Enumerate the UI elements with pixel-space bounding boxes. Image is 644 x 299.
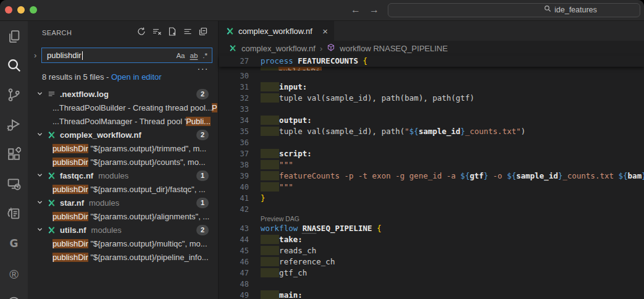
run-debug-icon[interactable] xyxy=(0,112,28,137)
r-language-icon[interactable]: ® xyxy=(0,262,28,287)
remote-explorer-icon[interactable] xyxy=(0,171,28,196)
breadcrumb-separator: › xyxy=(320,44,322,53)
search-query-text: publishdir xyxy=(47,51,82,60)
search-match-row[interactable]: publishDir "${params.output}/counts", mo… xyxy=(28,155,217,169)
match-highlight: publishDir xyxy=(52,185,88,194)
code-token: """ xyxy=(279,160,293,169)
code-token: reads_ch xyxy=(279,246,316,255)
code-line[interactable]: 43workflow RNASEQ_PIPELINE { xyxy=(219,223,644,234)
line-number: 44 xyxy=(219,234,249,245)
regex-toggle[interactable]: .* xyxy=(203,52,207,59)
search-file-row[interactable]: utils.nfmodules2 xyxy=(28,223,217,237)
search-match-row[interactable]: publishDir "${params.output_dir}/fastqc"… xyxy=(28,182,217,196)
nextflow-icon xyxy=(47,171,56,180)
sticky-scroll-line[interactable]: 27process FEATURECOUNTS { xyxy=(219,56,644,67)
chevron-down-icon[interactable] xyxy=(36,130,43,140)
toggle-replace-chevron[interactable]: › xyxy=(34,51,36,60)
code-line[interactable]: 31 input: xyxy=(219,82,644,93)
code-line[interactable]: 32 tuple val(sample_id), path(bam), path… xyxy=(219,93,644,104)
chevron-down-icon[interactable] xyxy=(36,225,43,235)
whole-word-toggle[interactable]: ab xyxy=(190,52,198,59)
line-number: 46 xyxy=(219,256,249,267)
search-match-row[interactable]: publishDir "${params.output}/alignments"… xyxy=(28,209,217,223)
minimize-window-button[interactable] xyxy=(17,6,25,14)
navigate-forward-button[interactable]: → xyxy=(369,3,379,17)
code-token xyxy=(261,246,279,255)
match-text: "${params.output}/pipeline_info... xyxy=(88,253,209,262)
file-history-icon[interactable] xyxy=(0,201,28,225)
search-file-row[interactable]: star.nfmodules1 xyxy=(28,196,217,209)
chevron-down-icon[interactable] xyxy=(36,171,43,180)
code-token xyxy=(261,93,279,103)
command-center-search[interactable]: ide_features xyxy=(388,3,640,17)
clear-results-icon[interactable] xyxy=(152,27,162,39)
nextflow-icon xyxy=(47,225,56,235)
toggle-search-details[interactable]: ··· xyxy=(198,64,209,74)
code-line[interactable]: 36 xyxy=(219,137,644,148)
code-token: { xyxy=(377,224,382,233)
navigate-back-button[interactable]: ← xyxy=(351,3,361,17)
chevron-down-icon[interactable] xyxy=(36,90,43,99)
line-number: 40 xyxy=(219,182,249,193)
extensions-icon[interactable] xyxy=(0,141,28,166)
line-number: 36 xyxy=(219,137,249,148)
code-line[interactable]: 39 featureCounts -p -t exon -g gene_id -… xyxy=(219,171,644,182)
partial-bottom-icon[interactable] xyxy=(0,292,28,299)
code-line[interactable]: 42 xyxy=(219,204,644,215)
code-line[interactable]: 35 tuple val(sample_id), path("${sample_… xyxy=(219,126,644,137)
tab-complex-workflow[interactable]: complex_workflow.nf × xyxy=(219,21,334,41)
search-results-tree: .nextflow.log2...ThreadPoolBuilder - Cre… xyxy=(28,87,217,264)
explorer-icon[interactable] xyxy=(0,24,28,49)
close-tab-icon[interactable]: × xyxy=(322,26,328,36)
code-line[interactable]: 30 xyxy=(219,70,644,82)
search-file-row[interactable]: fastqc.nfmodules1 xyxy=(28,169,217,182)
line-number: 42 xyxy=(219,204,249,215)
refresh-icon[interactable] xyxy=(136,27,146,39)
new-search-editor-icon[interactable] xyxy=(167,27,177,39)
match-case-toggle[interactable]: Aa xyxy=(176,52,185,59)
code-token: } xyxy=(642,171,644,180)
match-text: "${params.output_dir}/fastqc", ... xyxy=(88,185,206,194)
code-line[interactable]: 34 output: xyxy=(219,115,644,126)
zoom-window-button[interactable] xyxy=(30,6,37,14)
code-token: SEQ_PIPELINE xyxy=(316,224,372,233)
chevron-down-icon[interactable] xyxy=(36,198,43,208)
code-line[interactable]: 38 """ xyxy=(219,159,644,171)
search-match-row[interactable]: ...ThreadPoolManager - Thread pool 'Publ… xyxy=(28,114,217,128)
open-in-editor-link[interactable]: Open in editor xyxy=(111,72,162,82)
code-line[interactable]: 46 reference_ch xyxy=(219,256,644,267)
search-icon[interactable] xyxy=(0,53,28,78)
code-line[interactable]: 37 script: xyxy=(219,148,644,159)
search-file-row[interactable]: .nextflow.log2 xyxy=(28,87,217,101)
code-line[interactable]: 44 take: xyxy=(219,234,644,245)
match-highlight: Publi... xyxy=(186,117,211,126)
code-line[interactable]: 47 gtf_ch xyxy=(219,267,644,279)
search-match-row[interactable]: publishDir "${params.output}/multiqc", m… xyxy=(28,237,217,250)
search-match-row[interactable]: publishDir "${params.output}/pipeline_in… xyxy=(28,250,217,264)
collapse-all-icon[interactable] xyxy=(198,27,208,39)
search-file-row[interactable]: complex_workflow.nf2 xyxy=(28,128,217,141)
search-input[interactable]: publishdir Aa ab .* xyxy=(41,48,212,63)
code-token xyxy=(261,116,279,125)
gitlens-icon[interactable]: G xyxy=(0,231,28,256)
source-control-icon[interactable] xyxy=(0,82,28,107)
code-line[interactable]: 41} xyxy=(219,193,644,204)
search-sidebar: SEARCH › publishdir Aa ab .* ··· 8 resul… xyxy=(28,21,219,299)
code-line[interactable]: 45 reads_ch xyxy=(219,245,644,256)
view-as-list-icon[interactable] xyxy=(183,27,193,39)
search-match-row[interactable]: ...ThreadPoolBuilder - Creating thread p… xyxy=(28,101,217,114)
code-line[interactable]: 33 xyxy=(219,104,644,115)
codelens-preview-dag[interactable]: Preview DAG xyxy=(219,215,644,223)
match-count-badge: 1 xyxy=(196,198,209,208)
line-number: 45 xyxy=(219,245,249,256)
search-match-row[interactable]: publishDir "${params.output}/trimmed", m… xyxy=(28,141,217,155)
breadcrumb-symbol[interactable]: workflow RNASEQ_PIPELINE xyxy=(340,44,448,53)
close-window-button[interactable] xyxy=(5,6,12,14)
code-line[interactable]: 49 main: xyxy=(219,290,644,299)
match-highlight: Pu xyxy=(212,103,217,112)
line-number: 35 xyxy=(219,126,249,137)
code-line[interactable]: 48 xyxy=(219,279,644,290)
line-number: 49 xyxy=(219,290,249,299)
code-line[interactable]: 40 """ xyxy=(219,182,644,193)
breadcrumb-file[interactable]: complex_workflow.nf xyxy=(241,44,316,53)
